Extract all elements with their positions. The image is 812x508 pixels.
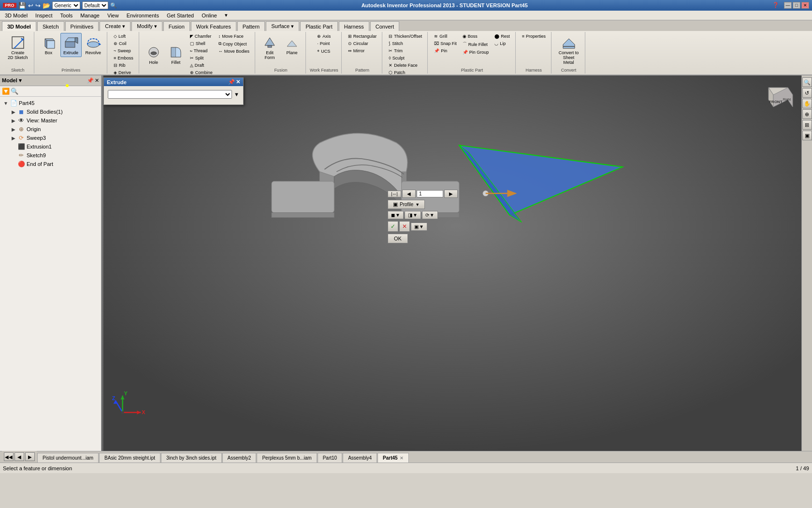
tab-assembly4[interactable]: Assembly4 bbox=[343, 453, 377, 463]
tab-convert[interactable]: Convert bbox=[370, 21, 400, 31]
snap-fit-button[interactable]: ⌧ Snap Fit bbox=[432, 40, 459, 47]
nav-first[interactable]: ◀◀ bbox=[4, 452, 14, 461]
move-bodies-button[interactable]: ↔ Move Bodies bbox=[216, 48, 252, 55]
tab-assembly2[interactable]: Assembly2 bbox=[222, 453, 257, 463]
patch-button[interactable]: ⬡ Patch bbox=[386, 69, 424, 76]
viewcube[interactable]: FRONT Right bbox=[759, 80, 798, 114]
coil-button[interactable]: ⊚ Coil bbox=[111, 40, 136, 47]
profile-dropdown-icon[interactable]: ▼ bbox=[415, 202, 420, 207]
stitch-button[interactable]: ⟆ Stitch bbox=[386, 40, 424, 47]
op3-dropdown[interactable]: ▼ bbox=[430, 212, 435, 218]
tab-pistol[interactable]: Pistol undermount...iam bbox=[37, 453, 99, 463]
look-at-button[interactable]: 🔍 bbox=[802, 77, 812, 87]
combine-button[interactable]: ⊕ Combine bbox=[188, 69, 215, 76]
dialog-close[interactable]: ✕ bbox=[236, 79, 240, 85]
pin-button[interactable]: 📌 Pin bbox=[432, 47, 459, 54]
solidbodies-expander[interactable]: ▶ bbox=[10, 109, 17, 115]
confirm-button[interactable]: ✓ bbox=[388, 221, 398, 232]
tab-harness[interactable]: Harness bbox=[339, 21, 369, 31]
redo-icon[interactable]: ↪ bbox=[35, 2, 41, 9]
tab-pattern[interactable]: Pattern bbox=[237, 21, 265, 31]
help-icon[interactable]: ❓ bbox=[772, 2, 779, 9]
display-mode-button[interactable]: ▣ bbox=[802, 131, 812, 140]
workspace-selector[interactable]: Generic bbox=[52, 1, 80, 9]
moreoptions-dropdown[interactable]: ▼ bbox=[419, 224, 424, 229]
menu-3dmodel[interactable]: 3D Model bbox=[1, 11, 31, 20]
viewmaster-expander[interactable]: ▶ bbox=[10, 118, 17, 123]
extrude-shape-selector[interactable] bbox=[108, 90, 232, 99]
boss-button[interactable]: ◉ Boss bbox=[460, 33, 492, 40]
tab-part45-close[interactable]: ✕ bbox=[400, 456, 404, 461]
style-selector[interactable]: Default bbox=[82, 1, 108, 9]
tab-surface[interactable]: Surface ▾ bbox=[266, 21, 299, 31]
create-2d-sketch-button[interactable]: Create2D Sketch bbox=[5, 33, 31, 62]
pin-group-button[interactable]: 📌 Pin Group bbox=[460, 49, 492, 56]
menu-manage[interactable]: Manage bbox=[76, 11, 103, 20]
menu-more[interactable]: ▾ bbox=[221, 11, 232, 20]
model-panel-pin[interactable]: 📌 bbox=[87, 77, 94, 84]
tab-3inch[interactable]: 3inch by 3inch sides.ipt bbox=[161, 453, 221, 463]
shell-button[interactable]: ▢ Shell bbox=[188, 40, 215, 47]
tree-item-sketch9[interactable]: ✏ Sketch9 bbox=[0, 151, 101, 160]
op-btn2[interactable]: ◨ ▼ bbox=[405, 211, 421, 219]
tree-item-extrusion1[interactable]: ⬛ Extrusion1 bbox=[0, 142, 101, 151]
menu-environments[interactable]: Environments bbox=[123, 11, 163, 20]
model-panel-close[interactable]: ✕ bbox=[95, 77, 99, 84]
rest-button[interactable]: ⬤ Rest bbox=[492, 33, 512, 40]
tab-basic[interactable]: BAsic 20mm streight.ipt bbox=[99, 453, 160, 463]
distance-mode-btn[interactable]: |↔| bbox=[388, 191, 401, 197]
tab-plasticpart[interactable]: Plastic Part bbox=[300, 21, 338, 31]
extrude-button[interactable]: Extrude bbox=[60, 33, 82, 57]
ucs-button[interactable]: ⌖ UCS bbox=[315, 47, 333, 55]
tab-primitives[interactable]: Primitives bbox=[65, 21, 99, 31]
zoom-button[interactable]: ⊕ bbox=[802, 109, 812, 119]
more-options-btn[interactable]: ▣ ▼ bbox=[411, 223, 427, 231]
tab-fusion[interactable]: Fusion bbox=[163, 21, 190, 31]
rectangular-button[interactable]: ⊞ Rectangular bbox=[346, 33, 379, 40]
lip-button[interactable]: ◡ Lip bbox=[492, 40, 512, 47]
close-button[interactable]: ✕ bbox=[801, 2, 809, 9]
tree-item-sweep3[interactable]: ▶ ⟳ Sweep3 bbox=[0, 134, 101, 142]
tree-item-endofpart[interactable]: 🔴 End of Part bbox=[0, 160, 101, 168]
derive-button[interactable]: ◈ Derive bbox=[111, 69, 136, 76]
distance-right-btn[interactable]: ▶ bbox=[444, 190, 458, 198]
delete-face-button[interactable]: ✕ Delete Face bbox=[386, 62, 424, 69]
edit-form-button[interactable]: EditForm bbox=[259, 33, 280, 62]
rule-fillet-button[interactable]: ⌒ Rule Fillet bbox=[460, 40, 492, 48]
undo-icon[interactable]: ↩ bbox=[28, 2, 33, 9]
revolve-button[interactable]: Revolve bbox=[83, 33, 104, 57]
op-btn1[interactable]: ◼ ▼ bbox=[388, 211, 404, 219]
thread-button[interactable]: ⧜ Thread bbox=[188, 47, 215, 54]
part45-expander[interactable]: ▼ bbox=[2, 101, 10, 106]
copy-object-button[interactable]: ⧉ Copy Object bbox=[216, 40, 252, 47]
save-icon[interactable]: 💾 bbox=[18, 2, 26, 9]
mirror-button[interactable]: ⇔ Mirror bbox=[346, 47, 379, 54]
trim-button[interactable]: ✂ Trim bbox=[386, 47, 424, 54]
menu-view[interactable]: View bbox=[103, 11, 123, 20]
tree-item-origin[interactable]: ▶ ⊕ Origin bbox=[0, 125, 101, 134]
menu-inspect[interactable]: Inspect bbox=[31, 11, 56, 20]
filter-icon[interactable]: 🔽 bbox=[2, 88, 10, 95]
nav-prev[interactable]: ◀ bbox=[14, 452, 24, 461]
sweep3-expander[interactable]: ▶ bbox=[10, 135, 17, 141]
tab-modify[interactable]: Modify ▾ bbox=[131, 21, 162, 31]
menu-online[interactable]: Online bbox=[198, 11, 221, 20]
tab-perplexus[interactable]: Perplexus 5mm b...iam bbox=[257, 453, 317, 463]
ok-button[interactable]: OK bbox=[388, 234, 408, 243]
zoom-all-button[interactable]: ⊞ bbox=[802, 120, 812, 130]
tab-3dmodel[interactable]: 3D Model bbox=[2, 21, 36, 31]
plane-button[interactable]: Plane bbox=[281, 33, 303, 57]
sculpt-button[interactable]: ◊ Sculpt bbox=[386, 55, 424, 61]
tab-workfeatures[interactable]: Work Features bbox=[191, 21, 236, 31]
dialog-pin[interactable]: 📌 bbox=[228, 79, 235, 85]
op1-dropdown[interactable]: ▼ bbox=[395, 212, 400, 218]
menu-getstarted[interactable]: Get Started bbox=[163, 11, 198, 20]
tree-item-part45[interactable]: ▼ 📄 Part45 bbox=[0, 99, 101, 107]
convert-sheetmetal-button[interactable]: Convert toSheet Metal bbox=[555, 33, 582, 67]
chamfer-button[interactable]: ◤ Chamfer bbox=[188, 33, 215, 40]
rib-button[interactable]: ⊟ Rib bbox=[111, 62, 136, 69]
tab-sketch[interactable]: Sketch bbox=[37, 21, 64, 31]
cancel-button[interactable]: ✕ bbox=[399, 221, 410, 232]
open-icon[interactable]: 📂 bbox=[43, 2, 50, 9]
hole-button[interactable]: Hole bbox=[143, 33, 164, 76]
